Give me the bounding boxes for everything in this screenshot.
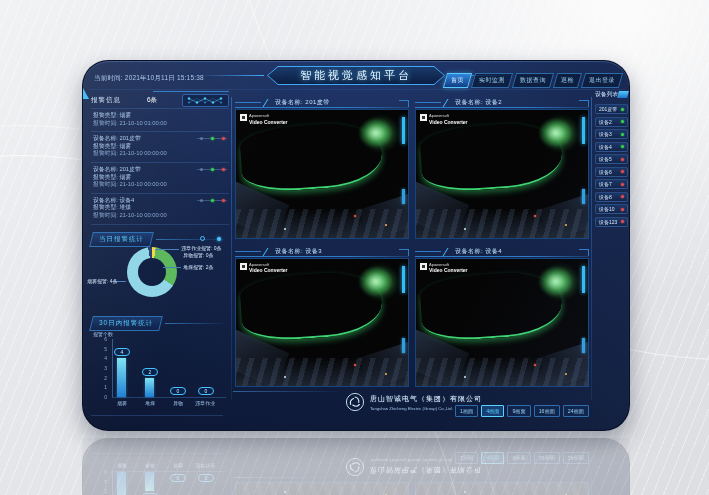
video-frame: Apowersoft Video Converter	[415, 109, 589, 239]
side-level-bar	[582, 189, 585, 204]
device-list-header: 设备列表	[595, 89, 628, 100]
watermark: Apowersoft Video Converter	[240, 114, 288, 125]
video-title: 设备名称: 设备4	[455, 247, 502, 256]
side-level-bar	[582, 266, 585, 293]
machinery-strip	[236, 358, 408, 386]
header-divider	[89, 89, 623, 90]
view-1-button[interactable]: 1画面	[455, 405, 478, 417]
monthly-stats-header: 30日内报警统计	[91, 317, 229, 330]
alarm-list-item[interactable]: 报警类型: 烟雾 报警时间: 21-10-10 01:00:00	[91, 109, 229, 132]
nav-realtime-button[interactable]: 实时监测	[471, 73, 513, 88]
current-time: 当前时间: 2021年10月11日 15:15:38	[94, 74, 204, 83]
title-wing-left	[198, 75, 264, 76]
bottom-left-frame-line	[91, 415, 223, 416]
alarm-list-item[interactable]: 设备名称: 201皮带 报警类型: 烟雾 报警时间: 21-10-10 00:0…	[91, 132, 229, 163]
donut-label-foreign-object: 异物报警: 0条	[183, 252, 214, 258]
video-cell-3[interactable]: 设备名称: 设备3 Apowersoft Video Converter	[235, 246, 409, 388]
device-status-dot	[621, 220, 624, 223]
alarm-list-item[interactable]: 设备名称: 设备4 报警类型: 堆煤 报警时间: 21-10-10 00:00:…	[91, 194, 229, 225]
watermark: Apowersoft Video Converter	[420, 114, 468, 125]
side-level-bar	[582, 117, 585, 144]
donut-label-smoke: 烟雾报警: 4条	[87, 278, 118, 284]
bar-chart-yticks: 6 5 4 3 2 1 0	[91, 336, 107, 400]
video-title: 设备名称: 201皮带	[275, 98, 330, 107]
watermark: Apowersoft Video Converter	[420, 263, 468, 274]
dashboard-panel: 当前时间: 2021年10月11日 15:15:38 智能视觉感知平台 首页 实…	[82, 60, 630, 431]
monthly-stats-title-tab: 30日内报警统计	[89, 316, 163, 331]
node-ring-decoration	[200, 236, 205, 241]
bar-category-label: 异物	[164, 400, 192, 406]
alarm-panel-header: 报警信息 6条	[91, 94, 229, 106]
alarm-time: 报警时间: 21-10-10 00:00:00	[93, 181, 227, 189]
donut-leader-line	[163, 267, 181, 268]
node-dot-decoration	[217, 237, 221, 241]
header-slash-decoration	[443, 99, 454, 107]
video-title: 设备名称: 设备2	[455, 98, 502, 107]
page-background: 当前时间: 2021年10月11日 15:15:38 智能视觉感知平台 首页 实…	[0, 0, 709, 495]
donut-leader-line	[155, 249, 179, 250]
bar-chart-y-axis	[112, 339, 113, 397]
alarm-time: 报警时间: 21-10-10 01:00:00	[93, 120, 227, 128]
header-slash-decoration	[263, 248, 274, 256]
view-9-button[interactable]: 9画面	[507, 405, 530, 417]
bar-value-label: 0	[198, 387, 214, 395]
belt-scan-line	[239, 120, 384, 193]
side-level-bar	[402, 189, 405, 204]
device-status-dot	[621, 145, 624, 148]
device-row[interactable]: 201皮带	[595, 104, 628, 114]
watermark-logo-icon	[420, 263, 427, 270]
page-title-frame: 智能视觉感知平台	[267, 66, 445, 85]
view-24-button[interactable]: 24画面	[563, 405, 589, 417]
alarm-count-badge: 6条	[147, 96, 157, 105]
device-row[interactable]: 设备5	[595, 154, 628, 164]
nav-inspection-button[interactable]: 巡检	[553, 73, 582, 88]
belt-scan-line	[419, 120, 564, 193]
video-title: 设备名称: 设备3	[275, 247, 322, 256]
nav-logout-button[interactable]: 退出登录	[581, 73, 623, 88]
device-row[interactable]: 设备2	[595, 117, 628, 127]
device-list-panel: 设备列表 201皮带 设备2 设备3 设备4 设备5 设备6 设备7 设备8 设…	[595, 89, 628, 229]
device-status-dot	[621, 208, 624, 211]
device-status-dot	[621, 170, 624, 173]
video-cell-2[interactable]: 设备名称: 设备2 Apowersoft Video Converter	[415, 97, 589, 239]
nav-data-query-button[interactable]: 数据查询	[512, 73, 554, 88]
device-row[interactable]: 设备4	[595, 142, 628, 152]
device-status-dot	[621, 133, 624, 136]
bar-category-label: 违章作业	[191, 400, 219, 406]
view-16-button[interactable]: 16画面	[534, 405, 560, 417]
device-row[interactable]: 设备8	[595, 192, 628, 202]
nav-home-button[interactable]: 首页	[443, 73, 472, 88]
alarm-level-indicator	[197, 169, 227, 170]
bar-chart-baseline	[112, 397, 226, 398]
device-row[interactable]: 设备10	[595, 204, 628, 214]
alarm-level-indicator	[197, 138, 227, 139]
device-row[interactable]: 设备123	[595, 217, 628, 227]
video-cell-4[interactable]: 设备名称: 设备4 Apowersoft Video Converter	[415, 246, 589, 388]
vertical-divider	[591, 97, 592, 400]
machinery-strip	[236, 209, 408, 237]
daily-stats-header-line	[156, 239, 229, 240]
side-level-bar	[402, 338, 405, 353]
alarm-level-indicator	[197, 200, 227, 201]
watermark-logo-icon	[240, 263, 247, 270]
vertical-divider	[231, 97, 232, 400]
belt-scan-line	[419, 269, 564, 342]
alarm-type: 报警类型: 堆煤	[93, 204, 227, 212]
device-row[interactable]: 设备3	[595, 129, 628, 139]
device-row[interactable]: 设备7	[595, 179, 628, 189]
bar-value-label: 2	[142, 368, 158, 376]
daily-stats-title-tab: 当日报警统计	[89, 232, 154, 247]
belt-scan-line	[239, 269, 384, 342]
donut-label-coal-pile: 堆煤报警: 2条	[183, 264, 214, 270]
view-4-button[interactable]: 4画面	[481, 405, 504, 417]
device-status-dot	[621, 183, 624, 186]
device-status-dot	[621, 120, 624, 123]
bar-coal-pile	[145, 378, 154, 397]
device-status-dot	[621, 108, 624, 111]
bar-smoke	[117, 358, 126, 397]
device-status-dot	[621, 195, 624, 198]
video-cell-1[interactable]: 设备名称: 201皮带 Apowersoft Video Converter	[235, 97, 409, 239]
device-row[interactable]: 设备6	[595, 167, 628, 177]
alarm-time: 报警时间: 21-10-10 00:00:00	[93, 212, 227, 220]
alarm-list-item[interactable]: 设备名称: 201皮带 报警类型: 烟雾 报警时间: 21-10-10 00:0…	[91, 163, 229, 194]
